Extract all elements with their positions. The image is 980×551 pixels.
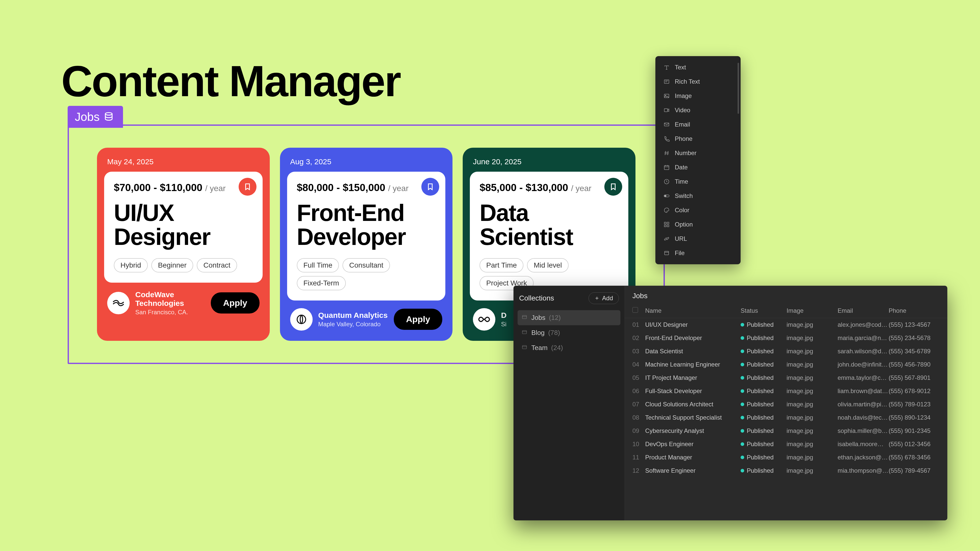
company-location: Maple Valley, Colorado [318, 321, 388, 328]
table-row[interactable]: 08 Technical Support Specialist Publishe… [625, 411, 947, 424]
collection-team[interactable]: Team (24) [517, 340, 620, 355]
field-type-phone[interactable]: Phone [655, 132, 741, 146]
collection-blog[interactable]: Blog (78) [517, 325, 620, 340]
status-dot-icon [741, 389, 744, 393]
bookmark-icon [244, 183, 251, 191]
tag[interactable]: Mid level [527, 258, 568, 272]
field-type-option[interactable]: Option [655, 218, 741, 232]
field-label: Text [675, 64, 686, 71]
table-row[interactable]: 03 Data Scientist Published image.jpg sa… [625, 345, 947, 358]
tag[interactable]: Fixed-Term [297, 276, 346, 290]
table-row[interactable]: 12 Software Engineer Published image.jpg… [625, 464, 947, 477]
row-image: image.jpg [787, 401, 838, 408]
plus-icon [594, 295, 600, 301]
select-all-checkbox[interactable] [632, 307, 638, 313]
row-image: image.jpg [787, 387, 838, 395]
row-image: image.jpg [787, 467, 838, 474]
field-label: Number [675, 149, 697, 157]
collection-icon [522, 329, 528, 337]
bookmark-button[interactable] [605, 178, 622, 196]
row-name: IT Project Manager [645, 374, 741, 381]
row-status: Published [741, 348, 787, 355]
apply-button[interactable]: Apply [211, 292, 259, 313]
tag[interactable]: Consultant [342, 258, 390, 272]
table-row[interactable]: 09 Cybersecurity Analyst Published image… [625, 424, 947, 437]
field-type-time[interactable]: Time [655, 175, 741, 189]
status-dot-icon [741, 376, 744, 380]
table-row[interactable]: 01 UI/UX Designer Published image.jpg al… [625, 318, 947, 331]
collection-count: (78) [548, 329, 560, 337]
field-type-switch[interactable]: Switch [655, 189, 741, 203]
field-type-number[interactable]: Number [655, 146, 741, 160]
tag[interactable]: Contract [197, 258, 237, 272]
row-phone: (555) 789-0123 [889, 401, 940, 408]
row-email: maria.garcia@n… [838, 334, 889, 341]
jobs-tab[interactable]: Jobs [68, 106, 123, 128]
status-dot-icon [741, 323, 744, 327]
collections-title: Collections [519, 294, 554, 302]
field-label: URL [675, 235, 687, 242]
field-type-image[interactable]: Image [655, 89, 741, 103]
tag[interactable]: Full Time [297, 258, 339, 272]
row-image: image.jpg [787, 374, 838, 381]
row-email: emma.taylor@c… [838, 374, 889, 381]
row-status: Published [741, 414, 787, 421]
field-type-video[interactable]: Video [655, 103, 741, 118]
tag[interactable]: Beginner [151, 258, 193, 272]
email-icon [663, 121, 670, 127]
field-type-file[interactable]: File [655, 246, 741, 260]
field-type-url[interactable]: URL [655, 232, 741, 246]
row-phone: (555) 789-4567 [889, 467, 940, 474]
col-email: Email [838, 307, 889, 314]
scrollbar[interactable] [738, 63, 739, 114]
status-dot-icon [741, 336, 744, 340]
row-phone: (555) 012-3456 [889, 441, 940, 448]
bookmark-icon [609, 183, 617, 191]
card-title: DataScientist [479, 201, 619, 249]
field-type-date[interactable]: Date [655, 160, 741, 175]
row-number: 08 [632, 414, 645, 421]
table-row[interactable]: 11 Product Manager Published image.jpg e… [625, 451, 947, 464]
collection-jobs[interactable]: Jobs (12) [517, 310, 620, 325]
time-icon [663, 179, 670, 185]
apply-button[interactable]: Apply [394, 309, 442, 330]
field-type-text[interactable]: Text [655, 60, 741, 75]
table-row[interactable]: 04 Machine Learning Engineer Published i… [625, 358, 947, 371]
job-card[interactable]: Aug 3, 2025 $80,000 - $150,000 / year Fr… [280, 148, 453, 341]
tag[interactable]: Hybrid [114, 258, 148, 272]
row-status: Published [741, 361, 787, 368]
bookmark-button[interactable] [422, 178, 439, 196]
svg-rect-17 [522, 330, 527, 334]
bookmark-button[interactable] [239, 178, 256, 196]
table-row[interactable]: 07 Cloud Solutions Architect Published i… [625, 398, 947, 411]
switch-icon [663, 193, 670, 199]
company-location: San Francisco, CA. [135, 309, 205, 316]
table-row[interactable]: 05 IT Project Manager Published image.jp… [625, 371, 947, 384]
number-icon [663, 150, 670, 156]
field-type-email[interactable]: Email [655, 118, 741, 132]
cms-panel: Collections Add Jobs (12)Blog (78)Team (… [514, 286, 947, 520]
collection-icon [522, 344, 528, 352]
field-type-color[interactable]: Color [655, 203, 741, 218]
jobs-tab-label: Jobs [75, 110, 100, 124]
row-status: Published [741, 374, 787, 381]
job-card[interactable]: May 24, 2025 $70,000 - $110,000 / year U… [97, 148, 270, 341]
row-name: Data Scientist [645, 348, 741, 355]
table-row[interactable]: 10 DevOps Engineer Published image.jpg i… [625, 437, 947, 451]
collection-name: Blog [531, 329, 545, 337]
field-type-rich-text[interactable]: Rich Text [655, 75, 741, 89]
row-email: sarah.wilson@d… [838, 348, 889, 355]
option-icon [663, 221, 670, 227]
color-icon [663, 207, 670, 213]
table-row[interactable]: 06 Full-Stack Developer Published image.… [625, 384, 947, 398]
add-collection-button[interactable]: Add [589, 292, 619, 304]
row-number: 05 [632, 374, 645, 381]
file-icon [663, 250, 670, 256]
row-status: Published [741, 454, 787, 461]
tag[interactable]: Part Time [479, 258, 523, 272]
svg-rect-12 [667, 222, 669, 224]
row-phone: (555) 901-2345 [889, 427, 940, 434]
row-name: Product Manager [645, 454, 741, 461]
text-icon [663, 64, 670, 70]
table-row[interactable]: 02 Front-End Developer Published image.j… [625, 331, 947, 345]
